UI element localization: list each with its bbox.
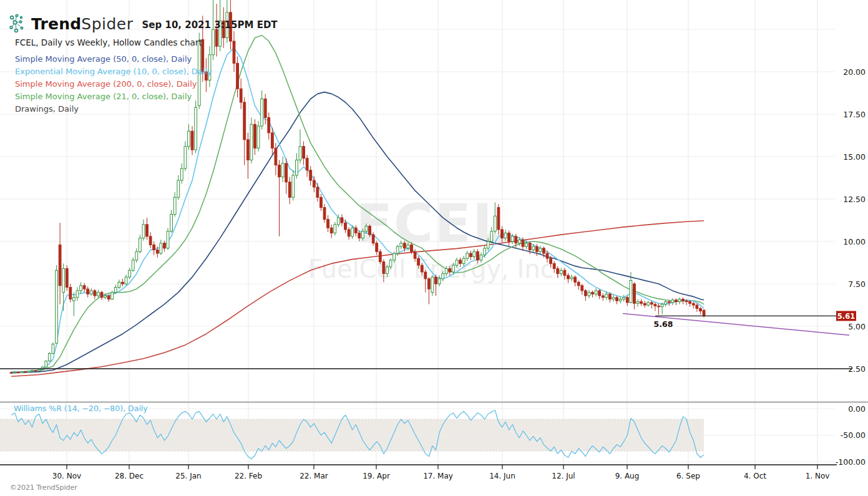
candle-body (400, 243, 402, 246)
williams-tick-label: 0.00 (848, 404, 866, 414)
candle-body (320, 197, 323, 207)
candle-body (682, 299, 685, 301)
legend-item-drawings[interactable]: Drawings, Daily (15, 103, 212, 115)
candle-body (671, 300, 674, 303)
candle-body (281, 163, 284, 177)
williams-tick-label: -100.00 (836, 457, 866, 467)
candle-body (14, 372, 16, 372)
candle-body (73, 298, 76, 301)
candle-body (393, 253, 396, 260)
legend-item-sma200[interactable]: Simple Moving Average (200, 0, close), D… (15, 78, 212, 90)
candle-body (484, 248, 486, 255)
candle-body (344, 223, 347, 230)
candle-body (167, 231, 169, 248)
price-tick-label: 2.50 (848, 364, 866, 374)
candle-body (668, 302, 670, 303)
candle-body (129, 270, 131, 277)
candle-body (518, 240, 520, 243)
candle-body (466, 253, 469, 258)
legend-item-sma50[interactable]: Simple Moving Average (50, 0, close), Da… (15, 53, 212, 66)
candle-body (497, 208, 500, 230)
candle-body (87, 289, 89, 294)
candle-body (142, 225, 145, 238)
candle-body (532, 246, 535, 250)
candle-body (431, 277, 434, 292)
candle-body (163, 243, 166, 248)
candle-body (592, 293, 594, 294)
candle-body (191, 131, 193, 150)
candle-body (254, 124, 256, 148)
candle-body (692, 303, 695, 305)
candle-body (132, 260, 134, 270)
candle-body (570, 277, 573, 279)
candle-body (504, 233, 507, 238)
candle-body (153, 245, 155, 250)
candle-body (310, 170, 312, 180)
candle-body (323, 208, 326, 220)
candle-body (327, 220, 329, 228)
candle-body (278, 165, 281, 177)
candle-body (584, 291, 587, 296)
candle-body (27, 371, 30, 372)
candle-body (403, 243, 406, 248)
candle-body (237, 63, 239, 89)
last-price-label: 5.61 (837, 312, 855, 321)
month-tick-label: 17. May (423, 472, 453, 480)
candle-body (577, 282, 580, 285)
trendspider-logo: TrendSpider (9, 14, 134, 34)
candle-body (10, 372, 12, 373)
candle-body (442, 274, 444, 279)
candle-body (83, 286, 85, 289)
candle-body (160, 243, 162, 253)
candle-body (383, 262, 385, 274)
candle-body (288, 182, 291, 197)
candle-body (563, 270, 566, 275)
candle-body (435, 277, 437, 284)
candle-body (21, 372, 23, 373)
candle-body (56, 270, 58, 343)
candle-body (689, 302, 691, 304)
sma200-line (11, 221, 704, 376)
price-tick-label: 7.50 (848, 280, 866, 289)
candle-body (445, 269, 447, 274)
candle-body (250, 124, 253, 160)
candle-body (616, 298, 618, 301)
legend-item-ema10[interactable]: Exponential Moving Average (10, 0, close… (15, 66, 212, 78)
x-axis: 30. Nov28. Dec25. Jan22. Feb22. Mar19. A… (0, 465, 837, 480)
candle-body (66, 269, 68, 288)
candle-body (306, 158, 308, 170)
candle-body (125, 277, 127, 284)
candle-body (358, 233, 361, 238)
candle-body (104, 296, 107, 298)
candle-body (285, 163, 288, 182)
candle-body (114, 287, 117, 292)
candle-body (330, 228, 333, 233)
candle-body (94, 291, 96, 296)
month-tick-label: 28. Dec (115, 472, 144, 480)
candle-body (100, 293, 103, 298)
candle-body (553, 263, 555, 268)
copyright: ©2021 TrendSpider (10, 484, 77, 492)
logo-text-bold: Trend (31, 15, 81, 33)
candle-body (240, 89, 242, 102)
candle-body (337, 218, 339, 225)
candle-body (535, 246, 538, 251)
candle-body (379, 251, 381, 261)
candle-body (188, 131, 190, 146)
legend-item-sma21[interactable]: Simple Moving Average (21, 0, close), Da… (15, 90, 212, 103)
month-tick-label: 9. Aug (615, 472, 640, 480)
candle-body (626, 298, 628, 303)
candle-body (459, 260, 462, 263)
month-tick-label: 14. Jun (489, 472, 515, 480)
candle-body (700, 308, 702, 311)
candle-body (264, 99, 266, 118)
candle-body (602, 296, 604, 298)
williams-indicator-label[interactable]: Williams %R (14, −20, −80), Daily (14, 404, 148, 413)
candle-body (685, 301, 688, 301)
candle-body (24, 372, 26, 372)
logo-text-light: Spider (81, 15, 133, 33)
candle-body (180, 168, 183, 180)
candle-body (417, 258, 420, 265)
candle-body (295, 160, 298, 175)
candle-body (605, 294, 608, 297)
